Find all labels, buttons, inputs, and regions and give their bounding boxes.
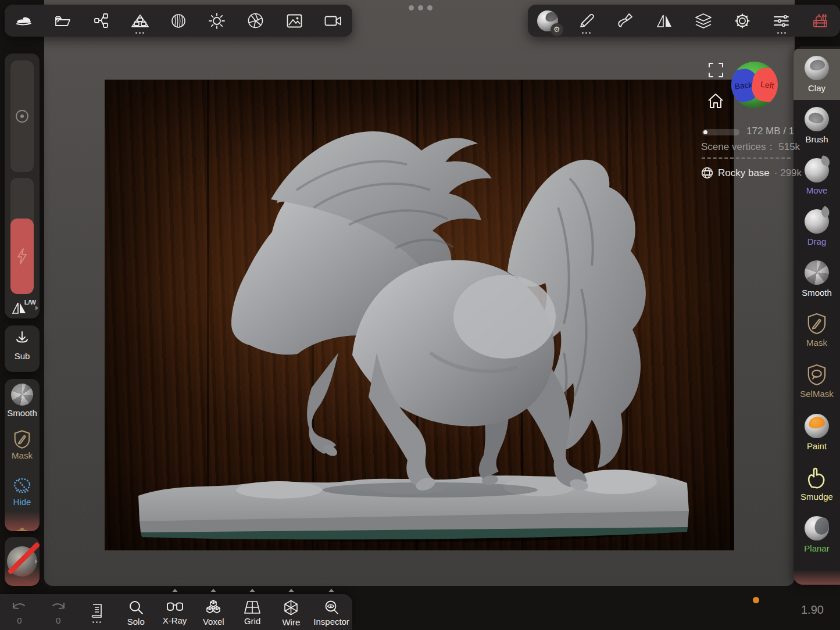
sub-panel[interactable]: Sub bbox=[5, 325, 40, 372]
symmetry-toggle[interactable]: L/W bbox=[5, 298, 40, 318]
fullscreen-icon[interactable] bbox=[708, 62, 724, 78]
xray-button[interactable]: X-Ray bbox=[155, 594, 194, 630]
undo-button[interactable]: 0 bbox=[0, 594, 39, 630]
tool-label: Clay bbox=[808, 83, 825, 93]
tool-planar[interactable]: Planar bbox=[793, 509, 840, 560]
material-off-sphere-icon bbox=[7, 546, 37, 577]
tool-mask[interactable]: Mask bbox=[793, 305, 840, 356]
lighting-sun-icon[interactable] bbox=[201, 7, 233, 35]
material-off-panel[interactable] bbox=[5, 537, 40, 586]
history-more-dots bbox=[92, 621, 101, 623]
files-folder-icon[interactable] bbox=[47, 7, 79, 35]
memory-progress-bar bbox=[702, 129, 739, 135]
tool-smooth[interactable]: Smooth bbox=[793, 253, 840, 305]
material-hatch-sphere-icon[interactable] bbox=[162, 7, 195, 35]
tool-label: SelMask bbox=[800, 389, 834, 399]
postprocess-aperture-icon[interactable] bbox=[240, 7, 272, 35]
solo-label: Solo bbox=[127, 617, 145, 627]
object-vertex-count: · 299k bbox=[774, 167, 802, 179]
falloff-brush-icon[interactable] bbox=[609, 7, 642, 35]
mask-shield-icon bbox=[13, 430, 31, 449]
voxel-button[interactable]: Voxel bbox=[194, 594, 233, 630]
tool-clay[interactable]: Clay bbox=[793, 49, 840, 100]
tool-sidebar: Clay Brush Move Drag Smooth Mask SelMask… bbox=[793, 46, 840, 585]
object-mesh-icon bbox=[701, 167, 713, 179]
radius-slider[interactable] bbox=[10, 60, 34, 172]
tool-label: Planar bbox=[804, 543, 829, 553]
symmetry-mirror-icon[interactable] bbox=[648, 7, 681, 35]
tool-label: Mask bbox=[806, 338, 827, 348]
settings-gear-icon[interactable] bbox=[726, 7, 759, 35]
lightning-icon bbox=[16, 248, 28, 264]
layers-icon[interactable] bbox=[687, 7, 720, 35]
topology-pyramid-icon[interactable] bbox=[124, 7, 156, 35]
xray-label: X-Ray bbox=[163, 615, 187, 625]
wire-caret bbox=[288, 589, 294, 592]
intensity-slider[interactable] bbox=[10, 178, 34, 294]
stroke-pencil-icon[interactable] bbox=[570, 7, 603, 35]
material-sphere-icon: ⚙ bbox=[537, 10, 558, 31]
solo-button[interactable]: Solo bbox=[116, 594, 155, 630]
app-logo-icon[interactable] bbox=[8, 7, 40, 35]
redo-button[interactable]: 0 bbox=[39, 594, 78, 630]
interface-sliders-icon[interactable] bbox=[765, 7, 798, 35]
tool-label: Smudge bbox=[800, 492, 833, 502]
horse-sculpture bbox=[105, 80, 734, 550]
tool-paint[interactable]: Paint bbox=[793, 407, 840, 458]
gizmo-arc-icon bbox=[9, 523, 35, 531]
smooth-icon bbox=[11, 384, 33, 406]
scene-object-row[interactable]: Rocky base · 299k bbox=[701, 167, 802, 179]
sub-arrow-icon bbox=[15, 331, 30, 346]
toolbar-top-left bbox=[5, 5, 352, 37]
intensity-fill bbox=[10, 219, 34, 294]
inspector-caret bbox=[328, 589, 334, 592]
nav-orientation-sphere[interactable]: Back Left bbox=[731, 62, 778, 108]
left-tools-panel: Smooth Mask Hide bbox=[5, 379, 40, 531]
camera-video-icon[interactable] bbox=[317, 7, 349, 35]
material-sphere-button[interactable]: ⚙ bbox=[531, 7, 564, 35]
tool-smudge[interactable]: Smudge bbox=[793, 458, 840, 509]
tool-label: Paint bbox=[807, 441, 827, 451]
scene-graph-icon[interactable] bbox=[85, 7, 117, 35]
mask-shield-icon bbox=[807, 313, 827, 335]
grid-label: Grid bbox=[244, 616, 260, 626]
symmetry-icon bbox=[12, 301, 27, 315]
zoom-level-text: 1.90 bbox=[801, 603, 824, 617]
memory-progress-knob bbox=[703, 130, 707, 134]
sub-label: Sub bbox=[5, 351, 40, 361]
planar-icon bbox=[805, 516, 829, 540]
drag-icon bbox=[805, 209, 829, 234]
clay-icon bbox=[805, 56, 829, 80]
hide-label: Hide bbox=[5, 497, 40, 507]
stroke-more-dots bbox=[582, 32, 591, 34]
background-image-icon[interactable] bbox=[278, 7, 310, 35]
tool-label: Brush bbox=[805, 134, 828, 144]
topology-more-dots bbox=[135, 32, 144, 34]
selmask-shield-icon bbox=[807, 364, 827, 386]
grid-button[interactable]: Grid bbox=[233, 594, 272, 630]
inspector-button[interactable]: Inspector bbox=[310, 594, 352, 630]
xray-caret bbox=[172, 589, 178, 592]
toolbox-icon[interactable] bbox=[804, 7, 837, 35]
toolbar-top-right: ⚙ bbox=[528, 5, 840, 37]
undo-count: 0 bbox=[17, 615, 22, 625]
smooth-tool-left[interactable]: Smooth bbox=[5, 384, 40, 418]
hide-lasso-icon bbox=[12, 477, 32, 495]
memory-usage-text: 172 MB / 1.5 bbox=[746, 126, 793, 137]
material-expand-arrow[interactable] bbox=[35, 559, 38, 564]
sculpt-canvas[interactable] bbox=[105, 80, 734, 550]
history-button[interactable] bbox=[78, 594, 117, 630]
sliders-more-dots bbox=[777, 32, 786, 34]
inspector-label: Inspector bbox=[313, 617, 349, 627]
hide-tool-left[interactable]: Hide bbox=[5, 477, 40, 507]
redo-count: 0 bbox=[56, 615, 60, 625]
symmetry-expand-arrow[interactable] bbox=[35, 306, 38, 310]
tool-flatten-partial[interactable] bbox=[793, 560, 840, 585]
wire-button[interactable]: Wire bbox=[271, 594, 310, 630]
smooth-label: Smooth bbox=[5, 408, 40, 418]
tool-drag[interactable]: Drag bbox=[793, 202, 840, 253]
home-view-icon[interactable] bbox=[706, 92, 725, 110]
tool-brush[interactable]: Brush bbox=[793, 100, 840, 151]
tool-selmask[interactable]: SelMask bbox=[793, 356, 840, 407]
mask-tool-left[interactable]: Mask bbox=[5, 430, 40, 460]
